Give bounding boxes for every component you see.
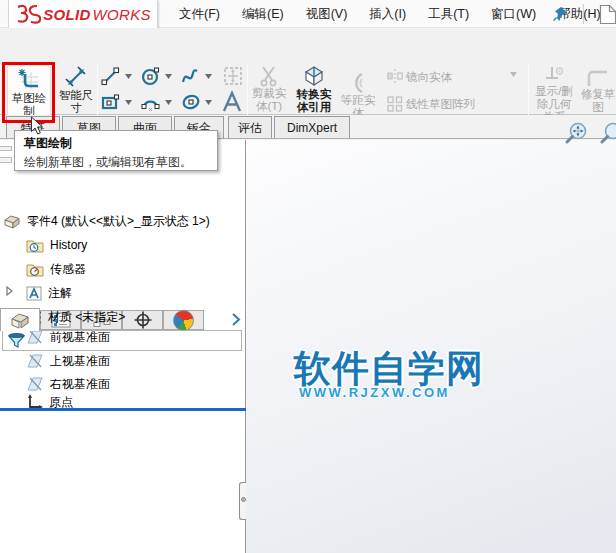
panel-fragment [0,146,12,151]
smart-dimension-button[interactable]: 智能尺寸 [58,65,94,115]
repair-sketch-label: 修复草图 [579,88,616,114]
tooltip-title: 草图绘制 [24,135,208,152]
spline-dropdown-caret[interactable] [205,74,212,79]
rectangle-tool-icon[interactable] [101,93,120,112]
sketch-icon [17,68,41,92]
part-icon [3,214,21,229]
main-menu: 文件(F) 编辑(E) 视图(V) 插入(I) 工具(T) 窗口(W) 帮助(H… [168,0,612,28]
tree-item-annotations[interactable]: 注解 [0,283,244,303]
logo-text-works: WORKS [93,6,151,23]
tooltip-description: 绘制新草图，或编辑现有草图。 [24,154,208,171]
tab-evaluate-label: 评估 [238,120,262,137]
smart-dimension-label: 智能尺寸 [57,89,95,115]
convert-entities-icon [302,64,326,88]
line-dropdown-caret[interactable] [125,74,132,79]
tree-item-label: 右视基准面 [50,376,110,393]
repair-sketch-button: 修复草图 [578,68,616,114]
plane-icon [26,329,44,345]
arc-tool-icon[interactable] [141,93,160,112]
tree-item-label: 材质 <未指定> [48,309,125,326]
tab-evaluate[interactable]: 评估 [228,116,272,139]
circle-dropdown-caret[interactable] [165,74,172,79]
tab-dimxpert-label: DimXpert [287,121,337,135]
arc-dropdown-caret[interactable] [165,100,172,105]
logo-text-solid: SOLID [43,6,90,23]
menu-insert[interactable]: 插入(I) [358,6,417,23]
trim-entities-icon [258,65,280,87]
sketch-ribbon: 草图绘制 智能尺寸 [0,28,616,115]
mouse-cursor-icon [30,116,44,136]
zoom-to-area-icon[interactable] [598,121,616,147]
trim-entities-button: 剪裁实体(T) [250,65,288,113]
plane-icon [26,353,44,369]
sketch-picture-icon [223,66,243,86]
panel-splitter-line[interactable] [0,408,246,411]
menu-view[interactable]: 视图(V) [295,6,359,23]
tab-dimxpert[interactable]: DimXpert [274,116,350,139]
solidworks-logo: SOLIDWORKS [8,0,158,29]
tree-item-label: 前视基准面 [50,329,110,346]
tree-root-part[interactable]: 零件4 (默认<<默认>_显示状态 1>) [0,211,244,231]
pin-icon[interactable] [552,6,568,22]
linear-pattern-label: 线性草图阵列 [406,98,504,111]
relations-icon [543,65,565,85]
mirror-entities-label: 镜向实体 [406,71,486,84]
rectangle-dropdown-caret[interactable] [125,100,132,105]
zoom-to-fit-icon[interactable] [563,121,589,147]
menu-edit[interactable]: 编辑(E) [231,6,295,23]
sketch-button[interactable]: 草图绘制 [7,65,51,121]
plane-icon [26,376,44,392]
smart-dimension-icon [64,65,88,89]
featuremanager-tab[interactable] [0,308,40,331]
repair-sketch-icon [586,68,610,88]
tree-root-label: 零件4 (默认<<默认>_显示状态 1>) [27,213,210,230]
panel-fragment [0,157,12,163]
menu-window[interactable]: 窗口(W) [480,6,547,23]
featuremanager-icon [9,311,31,329]
menu-file[interactable]: 文件(F) [168,6,231,23]
sketch-tooltip: 草图绘制 绘制新草图，或编辑现有草图。 [14,130,218,171]
tree-item-label: 注解 [48,285,72,302]
sensors-folder-icon [26,262,44,277]
trim-entities-label: 剪裁实体(T) [249,87,289,113]
line-tool-icon[interactable] [101,67,120,86]
offset-entities-icon [347,72,369,94]
tree-item-history[interactable]: History [0,235,244,255]
watermark-url: WWW.RJZXW.COM [299,385,450,400]
feature-manager-panel: 零件4 (默认<<默认>_显示状态 1>) History 传感器 注解 [0,140,246,553]
offset-entities-button: 等距实体 [340,72,376,120]
menu-tools[interactable]: 工具(T) [417,6,480,23]
tree-item-label: History [50,238,87,252]
text-tool-icon[interactable] [220,90,244,114]
mirror-group-caret [510,72,517,77]
ellipse-dropdown-caret[interactable] [205,100,212,105]
ellipse-tool-icon[interactable] [181,92,201,112]
new-document-icon[interactable] [599,4,616,25]
convert-entities-label: 转换实体引用 [294,88,334,114]
tree-item-top-plane[interactable]: 上视基准面 [0,351,244,371]
mirror-entities-icon [387,69,403,83]
tree-item-right-plane[interactable]: 右视基准面 [0,374,244,394]
tree-item-sensors[interactable]: 传感器 [0,259,244,279]
menubar-divider [583,4,584,24]
tree-item-label: 上视基准面 [50,353,110,370]
spline-tool-icon[interactable] [181,67,200,86]
annotations-icon [26,286,42,301]
solidworks-logo-mark [15,4,41,24]
history-folder-icon [26,238,44,253]
tree-item-label: 传感器 [50,261,86,278]
solidworks-window: 文件(F) 编辑(E) 视图(V) 插入(I) 工具(T) 窗口(W) 帮助(H… [0,0,616,553]
circle-tool-icon[interactable] [141,67,160,86]
linear-pattern-icon [387,96,403,112]
convert-entities-button[interactable]: 转换实体引用 [292,64,336,114]
